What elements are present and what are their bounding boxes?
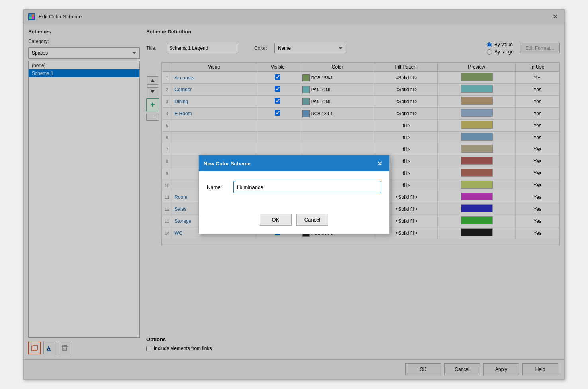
dialog-title: New Color Scheme xyxy=(204,161,251,167)
dialog-name-label: Name: xyxy=(207,184,229,190)
dialog-form-row: Name: xyxy=(207,181,381,193)
new-color-scheme-dialog: New Color Scheme ✕ Name: OK Cancel xyxy=(198,155,390,234)
dialog-buttons: OK Cancel xyxy=(199,210,389,234)
dialog-cancel-button[interactable]: Cancel xyxy=(296,214,328,226)
dialog-overlay: New Color Scheme ✕ Name: OK Cancel xyxy=(24,10,564,379)
dialog-name-input[interactable] xyxy=(233,181,381,193)
dialog-close-button[interactable]: ✕ xyxy=(375,159,384,168)
dialog-body: Name: xyxy=(199,171,389,210)
dialog-ok-button[interactable]: OK xyxy=(260,214,292,226)
main-window: Edit Color Scheme ✕ Schemes Category: Sp… xyxy=(23,9,565,380)
dialog-title-bar: New Color Scheme ✕ xyxy=(199,155,389,171)
